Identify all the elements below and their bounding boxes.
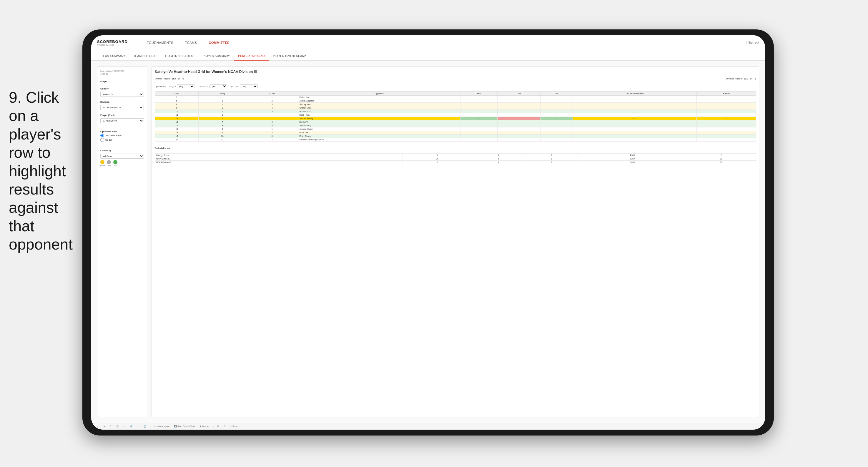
nav-items: TOURNAMENTS TEAMS COMMITTEE: [145, 41, 746, 44]
out-of-division-row[interactable]: NCAA Division 2 5 0 0 7.400 10: [155, 161, 756, 164]
table-row[interactable]: 16 9 1 Jessica Mason: [155, 127, 756, 131]
filter-region-group: Region (All): [169, 85, 194, 88]
cell-opponent: Jessica Mason: [298, 127, 460, 131]
table-row[interactable]: 3 1 Esther Lee: [155, 96, 756, 99]
overall-record-label: Overall Record:: [155, 77, 171, 80]
table-row[interactable]: 19 10 6 Emily Chang: [155, 134, 756, 138]
cell-diff: [573, 99, 697, 103]
cell-diff: [573, 131, 697, 134]
cell-conf: 1: [246, 127, 298, 131]
ood-label: NCAA Division 2: [155, 161, 403, 164]
tab-player-h2h-grid[interactable]: PLAYER H2H GRID: [234, 52, 269, 61]
ood-tie: 0: [525, 154, 578, 157]
undo-button[interactable]: ↩: [96, 425, 100, 428]
cut-button[interactable]: ✂: [122, 425, 126, 428]
ood-diff: 7.400: [578, 161, 687, 164]
nav-tournaments[interactable]: TOURNAMENTS: [145, 41, 175, 44]
refresh2-button[interactable]: 🔄: [143, 425, 148, 428]
cell-win: [460, 131, 497, 134]
opponents-played-option[interactable]: Opponents Played: [100, 133, 144, 137]
table-row[interactable]: 20 11 7 Federica Domecq Lacroze: [155, 138, 756, 142]
cell-conf: 3: [246, 103, 298, 106]
opponent-view-label: Opponent view: [100, 130, 144, 133]
col-loss: Loss: [497, 92, 540, 96]
cell-rounds: [697, 106, 756, 110]
step-number: 9.: [9, 89, 22, 106]
cell-div: 19: [155, 134, 198, 138]
col-win: Win: [460, 92, 497, 96]
table-row[interactable]: 9 1 4 Sharon Mun: [155, 106, 756, 110]
tab-team-summary[interactable]: TEAM SUMMARY: [97, 52, 129, 60]
separator2: |: [213, 426, 214, 428]
save-custom-view-button[interactable]: 💾 Save Custom View: [173, 425, 196, 428]
table-row[interactable]: 13 1 Heeji Hyun: [155, 113, 756, 117]
conference-select[interactable]: (All): [210, 85, 227, 88]
bottom-toolbar: ↩ ↪ ⟳ 📋 ✂ 🔗 ✓ 🔄 | 👁 View: Original 💾 Sav…: [91, 423, 765, 430]
refresh-button[interactable]: ⟳: [108, 425, 113, 428]
down-label: Down: [100, 165, 104, 166]
colour-labels: Down Level Up: [100, 165, 144, 166]
top100-radio[interactable]: [100, 138, 104, 142]
watch-button[interactable]: 👁 Watch ▾: [198, 425, 211, 428]
opponent-select[interactable]: (All): [240, 85, 258, 88]
nav-committee[interactable]: COMMITTEE: [208, 41, 231, 44]
out-of-division-row[interactable]: NAIA Division 1 15 0 0 9.267 30: [155, 157, 756, 161]
cell-loss: [497, 138, 540, 142]
cell-reg: 9: [198, 127, 246, 131]
table-row[interactable]: 15 8 5 Stella Cheng: [155, 124, 756, 127]
link-button[interactable]: 🔗: [129, 425, 134, 428]
cell-rounds: [697, 120, 756, 124]
level-colour: [107, 160, 111, 164]
table-row[interactable]: 5 2 2 Alexis Sudjianto: [155, 99, 756, 103]
check-button[interactable]: ✓: [136, 425, 141, 428]
division-select[interactable]: NCAA Division III: [100, 105, 144, 110]
gender-label: Gender: [100, 87, 144, 90]
cell-conf: 6: [246, 134, 298, 138]
cell-tie: [540, 96, 573, 99]
region-select[interactable]: (All): [177, 85, 194, 88]
table-row[interactable]: 13 1 Jessica Huang 0 1 0 -3.00 2: [155, 117, 756, 120]
tab-player-summary[interactable]: PLAYER SUMMARY: [198, 52, 234, 60]
cell-loss: [497, 96, 540, 99]
cell-opponent: Andrea York: [298, 110, 460, 113]
colour-section: Colour by Win/loss Down Level Up: [100, 149, 144, 166]
player-rank-select[interactable]: 8. Katelyn Vo: [100, 118, 144, 123]
ood-rounds: 10: [687, 161, 755, 164]
table-row[interactable]: 6 1 3 Sydney Kuo: [155, 103, 756, 106]
separator1: |: [150, 426, 151, 428]
cell-opponent: Jessica Huang: [298, 117, 460, 120]
tab-team-h2h-heatmap[interactable]: TEAM H2H HEATMAP: [161, 52, 198, 60]
opponents-played-radio[interactable]: [100, 133, 104, 137]
cell-reg: 7: [198, 120, 246, 124]
sign-out-button[interactable]: Sign out: [748, 41, 759, 44]
cell-rounds: [697, 127, 756, 131]
cell-rounds: 2: [697, 117, 756, 120]
up-colour: [113, 160, 117, 164]
cell-win: [460, 110, 497, 113]
view-original-button[interactable]: 👁 View: Original: [153, 425, 170, 428]
redo-button[interactable]: ↪: [102, 425, 106, 428]
gender-section: Gender Women's: [100, 87, 144, 97]
cell-tie: [540, 120, 573, 124]
cell-tie: [540, 113, 573, 117]
table-row[interactable]: 18 2 2 Euna Lee: [155, 131, 756, 134]
cell-reg: 1: [198, 117, 246, 120]
cell-conf: 4: [246, 106, 298, 110]
table-row[interactable]: 14 7 4 Eunice Yi: [155, 120, 756, 124]
tab-team-h2h-grid[interactable]: TEAM H2H GRID: [129, 52, 161, 60]
nav-teams[interactable]: TEAMS: [184, 41, 198, 44]
table-row[interactable]: 10 6 3 Andrea York: [155, 110, 756, 113]
out-of-division-row[interactable]: Foreign Team 1 0 0 4.500 2: [155, 154, 756, 157]
zoom-in-button[interactable]: ⊞: [216, 425, 220, 428]
cell-div: 5: [155, 99, 198, 103]
cell-rounds: [697, 138, 756, 142]
share-button[interactable]: ↗ Share: [229, 425, 239, 428]
cell-div: 9: [155, 106, 198, 110]
tab-player-h2h-heatmap[interactable]: PLAYER H2H HEATMAP: [269, 52, 310, 60]
colour-by-select[interactable]: Win/loss: [100, 154, 144, 159]
zoom-out-button[interactable]: ⊟: [222, 425, 226, 428]
gender-select[interactable]: Women's: [100, 92, 144, 97]
top100-option[interactable]: Top 100: [100, 138, 144, 142]
cell-div: 6: [155, 103, 198, 106]
copy-button[interactable]: 📋: [115, 425, 120, 428]
